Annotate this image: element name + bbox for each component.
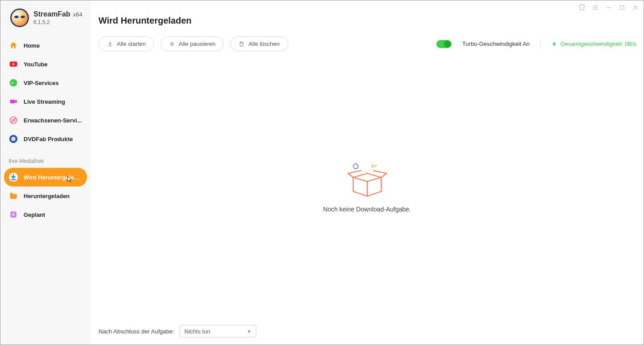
app-arch: x64 [73, 11, 82, 18]
download-icon [107, 41, 113, 47]
sidebar-item-label: DVDFab Produkte [24, 136, 73, 142]
app-logo-icon [10, 8, 29, 27]
svg-point-8 [12, 138, 14, 140]
main-area: Wird Heruntergeladen Alle starten Alle p… [90, 0, 644, 345]
download-icon [8, 172, 18, 182]
content-area: Noch keine Download-Aufgabe. [90, 51, 644, 321]
svg-rect-22 [171, 42, 172, 45]
svg-rect-19 [620, 6, 624, 9]
adult-icon: 18 [8, 115, 18, 125]
maximize-button[interactable] [619, 4, 626, 11]
start-all-button[interactable]: Alle starten [98, 37, 154, 51]
sidebar-item-live[interactable]: Live Streaming [4, 92, 87, 111]
sidebar-item-label: Erwachsenen-Servi... [24, 117, 82, 124]
sidebar-item-label: Geplant [24, 211, 45, 218]
app-title-block: StreamFab x64 6.1.5.2 [33, 10, 82, 25]
turbo-label: Turbo-Geschwindigkeit An [462, 41, 529, 47]
dvdfab-icon [8, 134, 18, 144]
pause-all-button[interactable]: Alle pausieren [160, 37, 224, 51]
sidebar-item-vip[interactable]: VIP-Services [4, 73, 87, 92]
folder-icon [8, 191, 18, 201]
pause-icon [169, 41, 175, 47]
select-value: Nichts tun [185, 328, 210, 335]
sidebar-item-label: Live Streaming [24, 98, 65, 105]
svg-rect-23 [172, 42, 173, 45]
toggle-knob [444, 41, 451, 48]
delete-all-button[interactable]: Alle löschen [230, 37, 288, 51]
sidebar-item-label: VIP-Services [24, 80, 59, 86]
toolbar: Alle starten Alle pausieren Alle löschen… [90, 26, 644, 51]
chevron-down-icon: ▼ [247, 329, 251, 334]
sidebar-item-downloaded[interactable]: Heruntergeladen [4, 187, 87, 205]
bolt-icon [551, 41, 558, 47]
button-label: Alle löschen [248, 41, 279, 47]
sidebar-item-scheduled[interactable]: Geplant [4, 205, 87, 224]
speed-text: Gesamtgeschwindigkeit: 0B/s [560, 41, 636, 47]
youtube-icon [8, 59, 18, 69]
sidebar-item-label: Wird Heruntergeladen [24, 174, 82, 181]
page-title: Wird Heruntergeladen [90, 0, 644, 26]
sidebar-item-dvdfab[interactable]: DVDFab Produkte [4, 130, 87, 148]
vip-icon [8, 78, 18, 88]
menu-icon[interactable] [592, 4, 599, 11]
divider [540, 39, 541, 49]
footer: Nach Abschluss der Aufgabe: Nichts tun ▼ [90, 321, 644, 345]
sidebar-item-label: Heruntergeladen [24, 193, 70, 199]
close-button[interactable] [632, 4, 639, 11]
window-controls [578, 4, 639, 11]
after-action-label: Nach Abschluss der Aufgabe: [98, 328, 174, 335]
sidebar-section-title: Ihre Mediathek [0, 148, 90, 168]
after-action-select[interactable]: Nichts tun ▼ [180, 325, 256, 337]
sidebar-item-home[interactable]: Home [4, 36, 87, 55]
sidebar: StreamFab x64 6.1.5.2 Home YouTube VIP-S… [0, 0, 90, 345]
sidebar-item-label: Home [24, 42, 40, 49]
shirt-icon[interactable] [578, 4, 586, 11]
empty-message: Noch keine Download-Aufgabe. [323, 206, 411, 213]
svg-rect-2 [10, 100, 15, 103]
turbo-toggle[interactable] [436, 40, 451, 48]
sidebar-item-label: YouTube [24, 61, 48, 68]
schedule-icon [8, 210, 18, 219]
sidebar-item-adult[interactable]: 18 Erwachsenen-Servi... [4, 111, 87, 130]
app-name: StreamFab [33, 10, 70, 18]
sidebar-item-downloading[interactable]: Wird Heruntergeladen [4, 168, 87, 187]
button-label: Alle pausieren [179, 41, 215, 47]
sidebar-item-youtube[interactable]: YouTube [4, 55, 87, 73]
empty-box-icon [343, 159, 392, 199]
app-version: 6.1.5.2 [33, 19, 82, 25]
svg-point-1 [10, 79, 17, 87]
nav-list: Home YouTube VIP-Services Live Streaming… [0, 36, 90, 148]
minimize-button[interactable] [605, 4, 612, 11]
speed-indicator: Gesamtgeschwindigkeit: 0B/s [551, 41, 636, 47]
button-label: Alle starten [117, 41, 146, 47]
app-logo-block: StreamFab x64 6.1.5.2 [0, 8, 90, 36]
home-icon [8, 41, 18, 50]
nav-library-list: Wird Heruntergeladen Heruntergeladen Gep… [0, 168, 90, 224]
camera-icon [8, 97, 18, 106]
trash-icon [238, 41, 245, 47]
